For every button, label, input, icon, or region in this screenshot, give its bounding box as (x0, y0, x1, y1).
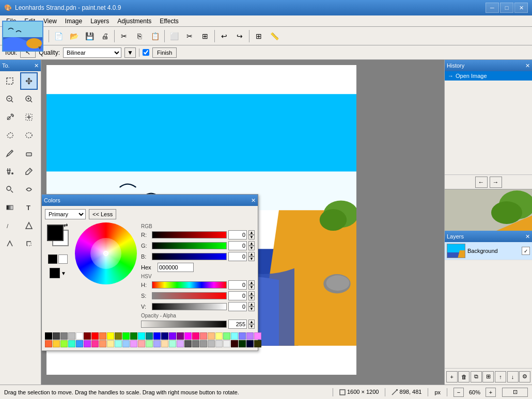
palette-color[interactable] (239, 332, 246, 340)
select-rectangle-tool[interactable] (1, 72, 19, 90)
line-tool[interactable]: / (1, 217, 19, 234)
primary-swatch-small[interactable] (48, 254, 57, 264)
minimize-button[interactable]: ─ (486, 3, 499, 13)
palette-color[interactable] (138, 332, 145, 340)
duplicate-layer-button[interactable]: ⧉ (471, 371, 482, 382)
palette-color[interactable] (231, 340, 238, 347)
saturation-slider[interactable] (152, 292, 227, 299)
palette-color[interactable] (254, 332, 261, 340)
close-button[interactable]: ✕ (514, 3, 528, 13)
palette-color[interactable] (215, 340, 223, 347)
palette-color[interactable] (184, 340, 192, 347)
saturation-up[interactable]: ▲ (248, 291, 255, 296)
palette-color[interactable] (200, 332, 207, 340)
undo-history-button[interactable]: ← (475, 177, 488, 188)
palette-color[interactable] (76, 332, 83, 340)
zoom-in-tool[interactable] (20, 90, 38, 108)
palette-color[interactable] (208, 340, 215, 347)
blue-down[interactable]: ▼ (248, 257, 255, 261)
ellipse-select-tool[interactable] (20, 126, 38, 144)
paste-button[interactable]: 📋 (148, 29, 162, 43)
merge-layer-button[interactable]: ⊞ (482, 371, 494, 382)
hue-value[interactable] (228, 280, 247, 290)
palette-color[interactable] (169, 340, 176, 347)
maximize-button[interactable]: □ (500, 3, 513, 13)
palette-color[interactable] (130, 332, 137, 340)
recolor-tool[interactable] (20, 181, 38, 198)
palette-color[interactable] (99, 340, 106, 347)
palette-color[interactable] (99, 332, 106, 340)
transform-tool[interactable] (20, 235, 38, 252)
palette-color[interactable] (231, 332, 238, 340)
quality-dropdown-btn[interactable]: ▼ (124, 47, 136, 58)
layer-item[interactable]: Background ✓ (445, 242, 532, 260)
swatch-black[interactable] (50, 268, 60, 278)
shapes-tool[interactable] (20, 217, 38, 234)
open-button[interactable]: 📂 (67, 29, 81, 43)
palette-color[interactable] (76, 340, 83, 347)
saturation-down[interactable]: ▼ (248, 296, 255, 300)
palette-color[interactable] (130, 340, 137, 347)
copy-button[interactable]: ⎘ (132, 29, 147, 43)
color-picker-tool[interactable] (20, 163, 38, 180)
palette-color[interactable] (107, 332, 114, 340)
palette-color[interactable] (60, 332, 68, 340)
finish-checkbox[interactable] (143, 49, 149, 56)
eraser-tool[interactable] (20, 145, 38, 162)
palette-color[interactable] (246, 340, 254, 347)
foreground-color-swatch[interactable] (47, 225, 64, 241)
palette-color[interactable] (208, 332, 215, 340)
redo-history-button[interactable]: → (490, 177, 502, 188)
layers-close-button[interactable]: ✕ (525, 233, 530, 240)
blue-up[interactable]: ▲ (248, 252, 255, 257)
gradient-tool[interactable] (1, 199, 19, 216)
green-down[interactable]: ▼ (248, 246, 255, 250)
palette-color[interactable] (115, 340, 122, 347)
palette-color[interactable] (45, 340, 52, 347)
magic-wand-tool[interactable] (1, 108, 19, 126)
undo-button[interactable]: ↩ (217, 29, 231, 43)
palette-color[interactable] (84, 332, 91, 340)
palette-color[interactable] (200, 340, 207, 347)
palette-color[interactable] (169, 332, 176, 340)
move-layer-up-button[interactable]: ↑ (495, 371, 506, 382)
hue-down[interactable]: ▼ (248, 285, 255, 290)
clone-stamp-tool[interactable] (1, 181, 19, 198)
move-tool[interactable] (20, 72, 38, 90)
swatch-dropdown-btn[interactable]: ▼ (61, 270, 66, 276)
blue-slider[interactable] (152, 253, 227, 260)
finish-button[interactable]: Finish (152, 47, 177, 58)
green-slider[interactable] (152, 242, 227, 249)
cut-button[interactable]: ✂ (117, 29, 131, 43)
opacity-value[interactable] (228, 320, 247, 329)
select-all-button[interactable]: ⬜ (167, 29, 181, 43)
palette-color[interactable] (192, 340, 199, 347)
ruler-button[interactable]: 📏 (267, 29, 281, 43)
menu-adjustments[interactable]: Adjustments (113, 15, 155, 26)
hex-input[interactable] (158, 263, 194, 272)
palette-color[interactable] (153, 332, 161, 340)
menu-image[interactable]: Image (61, 15, 86, 26)
hue-slider[interactable] (152, 281, 227, 289)
palette-color[interactable] (161, 332, 168, 340)
palette-color[interactable] (53, 332, 60, 340)
palette-color[interactable] (53, 340, 60, 347)
paint-bucket-tool[interactable] (1, 163, 19, 180)
value-slider[interactable] (152, 303, 227, 310)
add-layer-button[interactable]: + (446, 371, 458, 382)
color-wheel[interactable] (75, 222, 137, 284)
zoom-out-tool[interactable] (1, 90, 19, 108)
print-button[interactable]: 🖨 (98, 29, 112, 43)
palette-color[interactable] (184, 332, 192, 340)
palette-color[interactable] (84, 340, 91, 347)
palette-color[interactable] (254, 340, 261, 347)
palette-color[interactable] (68, 340, 75, 347)
menu-layers[interactable]: Layers (86, 15, 113, 26)
palette-color[interactable] (246, 332, 254, 340)
swap-colors-button[interactable]: ⇄ (64, 222, 71, 230)
color-mode-select[interactable]: Primary Secondary (45, 209, 86, 219)
palette-color[interactable] (91, 332, 99, 340)
palette-color[interactable] (146, 332, 153, 340)
blue-value[interactable] (228, 252, 247, 261)
palette-color[interactable] (60, 340, 68, 347)
